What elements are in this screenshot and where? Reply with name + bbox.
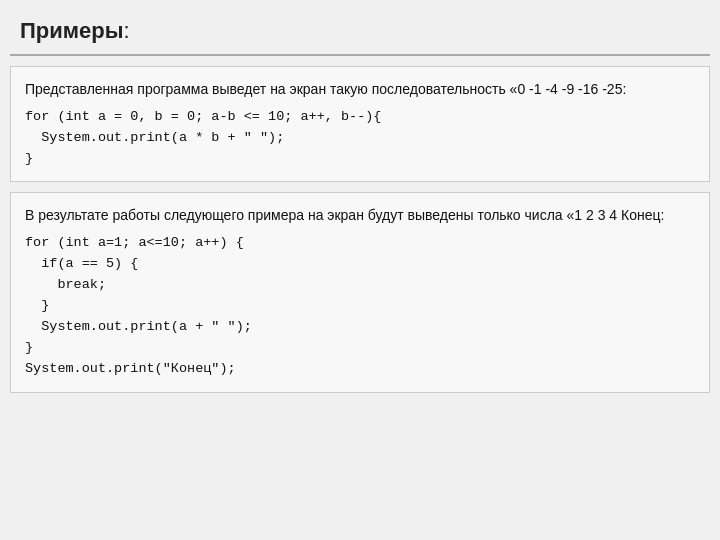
example-block-2: В результате работы следующего примера н… (10, 192, 710, 392)
example2-prose: В результате работы следующего примера н… (25, 205, 695, 227)
page-title: Примеры: (10, 10, 710, 56)
title-text: Примеры (20, 18, 124, 43)
example1-prose: Представленная программа выведет на экра… (25, 79, 695, 101)
example1-code: for (int a = 0, b = 0; a-b <= 10; a++, b… (25, 107, 695, 170)
example2-code: for (int a=1; a<=10; a++) { if(a == 5) {… (25, 233, 695, 379)
title-colon: : (124, 18, 130, 43)
example-block-1: Представленная программа выведет на экра… (10, 66, 710, 182)
